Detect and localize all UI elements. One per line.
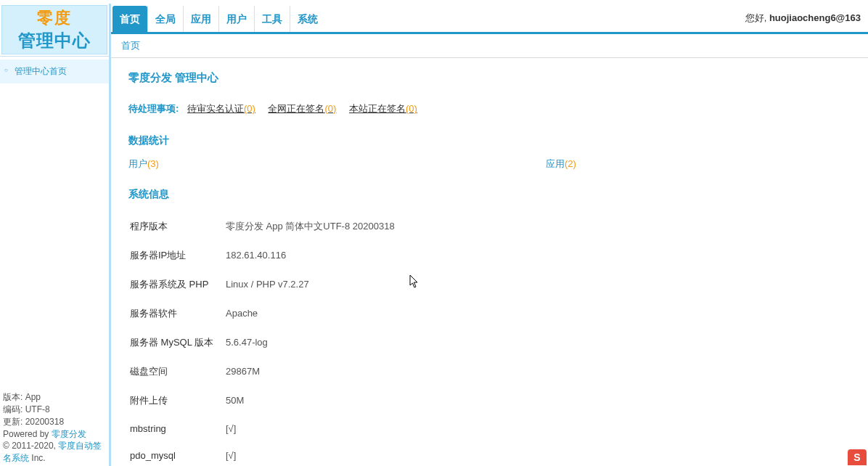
sysinfo-value: [√] [226,443,849,466]
sysinfo-label: 服务器系统及 PHP [130,271,224,298]
nav-tabs: 首页 全局 应用 用户 工具 系统 [111,4,325,32]
sysinfo-label: 磁盘空间 [130,358,224,385]
sysinfo-label: mbstring [130,416,224,441]
logo-line1: 零度 [37,7,72,29]
footer-version: 版本: App [3,391,106,404]
nav-greeting-user: huojiaocheng6@163 [769,12,861,23]
nav-tab-tools[interactable]: 工具 [254,6,290,32]
sysinfo-label: 服务器 MySQL 版本 [130,329,224,356]
stats-row: 用户(3) 应用(2) [128,158,851,171]
footer-powered-link[interactable]: 零度分发 [52,429,86,439]
footer-copyright: © 2011-2020, 零度自动签名系统 Inc. [3,440,106,465]
footer-powered: Powered by 零度分发 [3,428,106,441]
sysinfo-row: 服务器 MySQL 版本5.6.47-log [130,329,849,356]
sysinfo-heading: 系统信息 [128,188,851,201]
nav-tab-app[interactable]: 应用 [183,6,218,32]
sysinfo-row: 服务器IP地址182.61.40.116 [130,242,849,269]
pending-link-realname[interactable]: 待审实名认证(0) [187,103,255,114]
footer-info: 版本: App 编码: UTF-8 更新: 20200318 Powered b… [0,390,109,466]
sysinfo-label: 服务器IP地址 [130,242,224,269]
logo-line2: 管理中心 [18,29,91,52]
sidebar-item-home[interactable]: 管理中心首页 [0,60,109,83]
sysinfo-value: 50M [226,387,849,414]
sysinfo-row: 服务器软件Apache [130,300,849,327]
footer-encoding: 编码: UTF-8 [3,404,106,416]
sysinfo-label: 程序版本 [130,213,224,240]
sysinfo-label: 服务器软件 [130,300,224,327]
sysinfo-row: 程序版本零度分发 App 简体中文UTF-8 20200318 [130,213,849,240]
nav-tab-user[interactable]: 用户 [218,6,254,32]
sysinfo-value: 零度分发 App 简体中文UTF-8 20200318 [226,213,849,240]
nav-tab-home[interactable]: 首页 [112,6,147,32]
sysinfo-value: 182.61.40.116 [226,242,849,269]
breadcrumb: 首页 [111,34,868,58]
sysinfo-table: 程序版本零度分发 App 简体中文UTF-8 20200318服务器IP地址18… [128,211,851,466]
footer-update: 更新: 20200318 [3,416,106,428]
page-title: 零度分发 管理中心 [128,71,851,85]
nav-tab-system[interactable]: 系统 [290,6,325,32]
sidebar: 管理中心首页 [0,56,109,390]
sysinfo-value: [√] [226,416,849,441]
main-content: 零度分发 管理中心 待处理事项: 待审实名认证(0) 全网正在签名(0) 本站正… [111,58,868,466]
pending-label: 待处理事项: [128,103,179,114]
pending-link-allnet[interactable]: 全网正在签名(0) [268,103,336,114]
sysinfo-value: 5.6.47-log [226,329,849,356]
pending-row: 待处理事项: 待审实名认证(0) 全网正在签名(0) 本站正在签名(0) [128,102,851,115]
nav-greeting: 您好, huojiaocheng6@163 [745,12,861,25]
sysinfo-label: 附件上传 [130,387,224,414]
sysinfo-row: pdo_mysql[√] [130,443,849,466]
sysinfo-row: mbstring[√] [130,416,849,441]
logo: 零度 管理中心 [1,5,107,54]
stats-link-user[interactable]: 用户(3) [128,158,159,169]
pending-link-thissite[interactable]: 本站正在签名(0) [349,103,417,114]
sysinfo-value: Apache [226,300,849,327]
stats-link-app[interactable]: 应用(2) [546,158,576,169]
ime-badge-icon: S [848,449,867,465]
sysinfo-row: 附件上传50M [130,387,849,414]
stats-heading: 数据统计 [128,134,851,147]
sysinfo-label: pdo_mysql [130,443,224,466]
top-nav: 首页 全局 应用 用户 工具 系统 您好, huojiaocheng6@163 [111,4,868,34]
sysinfo-value: Linux / PHP v7.2.27 [226,271,849,298]
sysinfo-row: 服务器系统及 PHPLinux / PHP v7.2.27 [130,271,849,298]
sysinfo-value: 29867M [226,358,849,385]
nav-tab-global[interactable]: 全局 [147,6,183,32]
sysinfo-row: 磁盘空间29867M [130,358,849,385]
